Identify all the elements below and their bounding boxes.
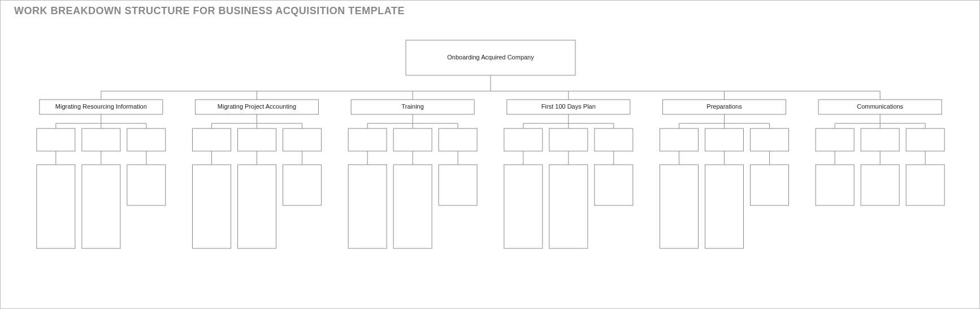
wbs-detail (37, 165, 75, 248)
wbs-detail (549, 165, 588, 248)
wbs-subtask (861, 128, 899, 151)
wbs-subtask (127, 128, 166, 151)
wbs-subtask (37, 128, 75, 151)
wbs-detail (751, 165, 789, 205)
wbs-subtask (705, 128, 744, 151)
wbs-root-label: Onboarding Acquired Company (447, 54, 534, 61)
wbs-diagram: Onboarding Acquired CompanyMigrating Res… (1, 1, 980, 309)
wbs-subtask (751, 128, 789, 151)
wbs-detail (595, 165, 633, 205)
page: WORK BREAKDOWN STRUCTURE FOR BUSINESS AC… (0, 0, 980, 309)
wbs-branch-label: Migrating Resourcing Information (55, 103, 147, 110)
wbs-subtask (595, 128, 633, 151)
wbs-detail (127, 165, 166, 205)
wbs-detail (861, 165, 899, 205)
wbs-branch-label: Communications (857, 103, 903, 110)
wbs-branch-label: Migrating Project Accounting (218, 103, 296, 110)
wbs-detail (906, 165, 944, 205)
wbs-subtask (816, 128, 854, 151)
wbs-detail (283, 165, 322, 205)
wbs-subtask (439, 128, 477, 151)
wbs-branch-label: Training (401, 103, 423, 110)
wbs-branch-label: Preparations (706, 103, 742, 110)
wbs-subtask (238, 128, 276, 151)
wbs-subtask (906, 128, 944, 151)
wbs-detail (82, 165, 120, 248)
wbs-subtask (82, 128, 120, 151)
wbs-detail (348, 165, 387, 248)
wbs-detail (816, 165, 854, 205)
wbs-branch-label: First 100 Days Plan (541, 103, 596, 110)
wbs-subtask (393, 128, 432, 151)
wbs-detail (238, 165, 276, 248)
wbs-subtask (193, 128, 231, 151)
wbs-detail (660, 165, 699, 248)
wbs-detail (193, 165, 231, 248)
wbs-subtask (504, 128, 543, 151)
wbs-subtask (283, 128, 322, 151)
wbs-subtask (549, 128, 588, 151)
wbs-subtask (348, 128, 387, 151)
wbs-detail (705, 165, 744, 248)
wbs-detail (393, 165, 432, 248)
wbs-subtask (660, 128, 699, 151)
wbs-detail (439, 165, 477, 205)
wbs-detail (504, 165, 543, 248)
